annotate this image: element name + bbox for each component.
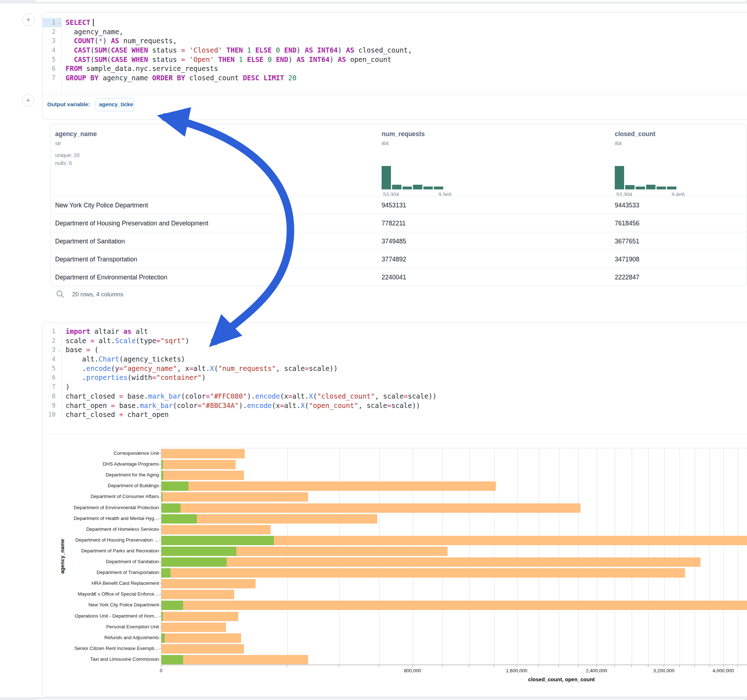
closed-count-bar[interactable] bbox=[162, 503, 581, 513]
open-count-bar[interactable] bbox=[162, 492, 163, 502]
add-cell-button-below-sql[interactable]: + bbox=[22, 94, 34, 107]
line-number[interactable]: 9 bbox=[42, 401, 61, 410]
table-row[interactable]: Department of Housing Preservation and D… bbox=[51, 214, 747, 232]
line-number[interactable]: 4 bbox=[42, 355, 61, 364]
line-number[interactable]: 4 bbox=[42, 46, 61, 55]
code-token bbox=[127, 46, 132, 54]
line-number[interactable]: 3⌄ bbox=[42, 345, 61, 355]
code-line[interactable]: import altair as alt bbox=[66, 327, 747, 336]
closed-count-bar[interactable] bbox=[162, 590, 234, 599]
line-number[interactable]: 1⌄ bbox=[42, 18, 61, 27]
closed-count-bar[interactable] bbox=[162, 612, 238, 621]
closed-count-bar[interactable] bbox=[162, 557, 700, 567]
open-count-bar[interactable] bbox=[162, 634, 165, 643]
code-line[interactable]: FROM sample_data.nyc.service_requests bbox=[66, 64, 747, 74]
closed-count-bar[interactable] bbox=[162, 471, 244, 480]
code-line[interactable]: alt.Chart(agency_tickets) bbox=[66, 355, 747, 364]
python-editor[interactable]: 123⌄45678910 import altair as altscale =… bbox=[42, 327, 747, 421]
code-line[interactable]: chart_closed + chart_open bbox=[66, 410, 747, 419]
code-token: WHEN bbox=[132, 46, 148, 54]
search-icon[interactable] bbox=[56, 290, 65, 299]
line-number[interactable]: 3 bbox=[42, 36, 61, 46]
sql-editor[interactable]: 1⌄234567 SELECT agency_name, COUNT(*) AS… bbox=[42, 18, 747, 95]
code-line[interactable]: .properties(width="container") bbox=[66, 373, 747, 382]
table-rows: New York City Police Department945313194… bbox=[51, 196, 747, 286]
code-token: . bbox=[94, 355, 98, 363]
open-count-bar[interactable] bbox=[162, 536, 274, 545]
x-axis-tick bbox=[538, 665, 539, 667]
table-row[interactable]: New York City Police Department945313194… bbox=[51, 196, 747, 214]
open-count-bar[interactable] bbox=[162, 557, 227, 567]
code-line[interactable]: chart_open = base.mark_bar(color="#8BC34… bbox=[66, 401, 747, 410]
closed-count-bar[interactable] bbox=[162, 600, 747, 610]
code-token bbox=[66, 46, 74, 54]
code-line[interactable]: ) bbox=[66, 382, 747, 392]
line-number[interactable]: 7 bbox=[42, 74, 61, 83]
code-line[interactable]: .encode(y="agency_name", x=alt.X("num_re… bbox=[66, 364, 747, 373]
line-number[interactable]: 10 bbox=[42, 410, 61, 419]
code-line[interactable]: chart_closed = base.mark_bar(color="#FFC… bbox=[66, 392, 747, 401]
code-line[interactable]: SELECT bbox=[66, 18, 747, 27]
table-cell: Department of Transportation bbox=[55, 250, 137, 268]
line-number[interactable]: 7 bbox=[42, 382, 61, 392]
open-count-bar[interactable] bbox=[162, 547, 236, 556]
code-token: SUM bbox=[94, 56, 107, 63]
table-row[interactable]: Department of Environmental Protection22… bbox=[51, 268, 747, 286]
closed-count-bar[interactable] bbox=[162, 655, 308, 664]
closed-count-bar[interactable] bbox=[162, 525, 271, 534]
x-axis-tick-label: 1,600,000 bbox=[495, 668, 538, 673]
gridline bbox=[517, 448, 517, 665]
code-token bbox=[66, 37, 74, 45]
closed-count-bar[interactable] bbox=[162, 644, 244, 653]
code-line[interactable]: agency_name, bbox=[66, 27, 747, 37]
closed-count-bar[interactable] bbox=[162, 634, 241, 643]
x-axis-tick bbox=[469, 665, 469, 667]
closed-count-bar[interactable] bbox=[162, 579, 256, 588]
code-line[interactable]: CAST(SUM(CASE WHEN status = 'Closed' THE… bbox=[66, 46, 747, 55]
code-token: ( bbox=[181, 392, 185, 400]
closed-count-bar[interactable] bbox=[162, 492, 308, 502]
closed-count-bar[interactable] bbox=[162, 568, 685, 578]
code-token: color bbox=[177, 401, 198, 409]
code-line[interactable]: scale = alt.Scale(type="sqrt") bbox=[66, 336, 747, 345]
line-number[interactable]: 6 bbox=[42, 373, 61, 382]
open-count-bar[interactable] bbox=[162, 655, 183, 664]
line-number[interactable]: 2 bbox=[42, 336, 61, 345]
table-row[interactable]: Department of Sanitation37494853677651 bbox=[51, 232, 747, 250]
line-number[interactable]: 5 bbox=[42, 364, 61, 373]
open-count-bar[interactable] bbox=[162, 471, 163, 480]
code-line[interactable]: CAST(SUM(CASE WHEN status = 'Open' THEN … bbox=[66, 55, 747, 65]
line-number[interactable]: 6 bbox=[42, 64, 61, 74]
open-count-bar[interactable] bbox=[162, 612, 163, 621]
sql-code[interactable]: SELECT agency_name, COUNT(*) AS num_requ… bbox=[66, 18, 747, 83]
open-count-bar[interactable] bbox=[162, 460, 163, 469]
line-number[interactable]: 8 bbox=[42, 392, 61, 401]
closed-count-bar[interactable] bbox=[162, 623, 226, 632]
closed-count-bar[interactable] bbox=[162, 481, 496, 491]
column-header-closed-count[interactable]: closed_count i64 bbox=[615, 125, 655, 146]
line-number[interactable]: 5 bbox=[42, 55, 61, 65]
python-code[interactable]: import altair as altscale = alt.Scale(ty… bbox=[66, 327, 747, 419]
line-number[interactable]: 1 bbox=[42, 327, 61, 336]
output-variable-input[interactable]: agency_tickets bbox=[95, 98, 134, 111]
code-line[interactable]: COUNT(*) AS num_requests, bbox=[66, 36, 747, 46]
open-count-bar[interactable] bbox=[162, 568, 171, 578]
add-cell-button-top[interactable]: + bbox=[22, 14, 35, 26]
column-header-num-requests[interactable]: num_requests i64 bbox=[382, 125, 425, 146]
collapse-chevron-icon[interactable]: ⌄ bbox=[58, 18, 60, 27]
open-count-bar[interactable] bbox=[162, 600, 183, 610]
code-token: , bbox=[276, 364, 280, 372]
code-line[interactable]: GROUP BY agency_name ORDER BY closed_cou… bbox=[66, 74, 747, 83]
code-line[interactable]: base = ( bbox=[66, 345, 747, 355]
closed-count-bar[interactable] bbox=[162, 449, 245, 459]
column-header-agency-name[interactable]: agency_name str unique: 20 nulls: 0 bbox=[55, 125, 97, 167]
open-count-bar[interactable] bbox=[162, 503, 180, 513]
open-count-bar[interactable] bbox=[162, 514, 197, 523]
collapse-chevron-icon[interactable]: ⌄ bbox=[58, 345, 60, 355]
closed-count-bar[interactable] bbox=[162, 460, 236, 469]
open-count-bar[interactable] bbox=[162, 481, 189, 491]
line-number[interactable]: 2 bbox=[42, 27, 61, 37]
code-token: )) bbox=[428, 392, 437, 400]
chart-plot-area bbox=[161, 448, 747, 665]
table-row[interactable]: Department of Transportation377489234719… bbox=[51, 250, 747, 268]
